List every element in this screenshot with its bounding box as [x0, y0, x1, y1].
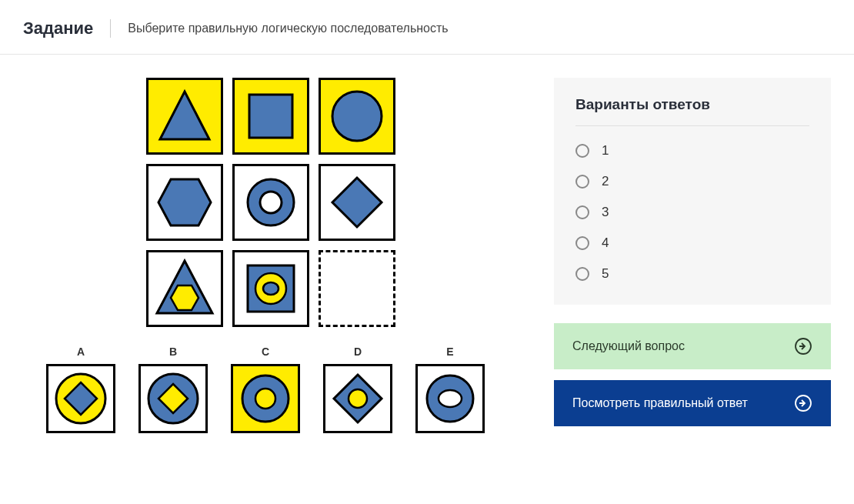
svg-marker-6	[332, 178, 382, 227]
option-label: 2	[602, 174, 609, 189]
button-label: Посмотреть правильный ответ	[572, 396, 748, 410]
answer-label: E	[446, 345, 453, 358]
button-label: Следующий вопрос	[572, 339, 685, 353]
circle-icon	[326, 85, 388, 147]
answer-choices: A B C	[46, 345, 508, 433]
svg-rect-1	[249, 95, 292, 138]
radio-icon	[575, 267, 589, 281]
radio-icon	[575, 175, 589, 189]
grid-cell-2	[319, 78, 395, 155]
square-ring-icon	[240, 258, 302, 319]
svg-point-11	[263, 282, 279, 295]
radio-icon	[575, 205, 589, 219]
answer-label: B	[169, 345, 177, 358]
divider	[110, 19, 111, 38]
option-label: 4	[602, 235, 609, 251]
radio-icon	[575, 144, 589, 158]
ring-oval-icon	[422, 370, 479, 427]
svg-marker-3	[158, 179, 211, 225]
svg-point-21	[439, 390, 462, 407]
show-answer-button[interactable]: Посмотреть правильный ответ	[554, 380, 831, 426]
answer-b[interactable]: B	[138, 345, 208, 433]
option-2[interactable]: 2	[575, 166, 809, 197]
svg-point-19	[349, 389, 367, 408]
grid-cell-3	[146, 164, 223, 241]
answer-a[interactable]: A	[46, 345, 115, 433]
grid-cell-4	[232, 164, 309, 241]
ring-diamond-icon	[145, 370, 202, 427]
answer-cell	[231, 364, 300, 433]
answer-d[interactable]: D	[323, 345, 392, 433]
triangle-hexagon-icon	[152, 256, 217, 321]
answer-label: C	[262, 345, 269, 358]
answer-cell	[323, 364, 392, 433]
page-title: Задание	[23, 18, 93, 38]
answer-e[interactable]: E	[415, 345, 485, 433]
square-icon	[240, 85, 302, 147]
answer-cell	[415, 364, 485, 433]
svg-point-2	[332, 92, 382, 141]
svg-marker-0	[160, 92, 209, 139]
svg-point-5	[260, 192, 282, 213]
header: Задание Выберите правильную логическую п…	[0, 0, 854, 55]
grid-cell-0	[146, 78, 223, 155]
grid-cell-7	[232, 250, 309, 327]
option-label: 3	[602, 205, 609, 220]
puzzle-panel: A B C	[23, 78, 508, 437]
option-4[interactable]: 4	[575, 228, 809, 259]
answer-label: A	[77, 345, 85, 358]
options-title: Варианты ответов	[575, 96, 809, 126]
ring-yellow-icon	[237, 370, 294, 427]
ring-icon	[240, 172, 302, 233]
answer-cell	[138, 364, 208, 433]
arrow-right-icon	[794, 337, 812, 355]
grid-cell-5	[319, 164, 395, 241]
content: A B C	[0, 55, 854, 460]
svg-point-17	[255, 389, 275, 409]
diamond-icon	[326, 172, 388, 233]
option-label: 5	[602, 266, 609, 282]
grid-cell-6	[146, 250, 223, 327]
grid-cell-8-empty	[319, 250, 395, 327]
options-panel: Варианты ответов 1 2 3 4 5 С	[554, 78, 831, 437]
option-3[interactable]: 3	[575, 197, 809, 228]
instruction-text: Выберите правильную логическую последова…	[128, 22, 448, 35]
diamond-circle-icon	[329, 370, 386, 427]
answer-label: D	[354, 345, 362, 358]
arrow-right-icon	[794, 394, 812, 412]
grid-cell-1	[232, 78, 309, 155]
radio-icon	[575, 236, 589, 250]
option-1[interactable]: 1	[575, 135, 809, 166]
option-label: 1	[602, 143, 609, 159]
options-box: Варианты ответов 1 2 3 4 5	[554, 78, 831, 305]
svg-marker-8	[171, 285, 198, 310]
next-question-button[interactable]: Следующий вопрос	[554, 323, 831, 369]
answer-c[interactable]: C	[231, 345, 300, 433]
answer-cell	[46, 364, 115, 433]
circle-diamond-icon	[52, 370, 109, 427]
hexagon-icon	[154, 172, 215, 233]
option-5[interactable]: 5	[575, 259, 809, 289]
puzzle-grid	[146, 78, 508, 327]
triangle-icon	[154, 85, 215, 147]
